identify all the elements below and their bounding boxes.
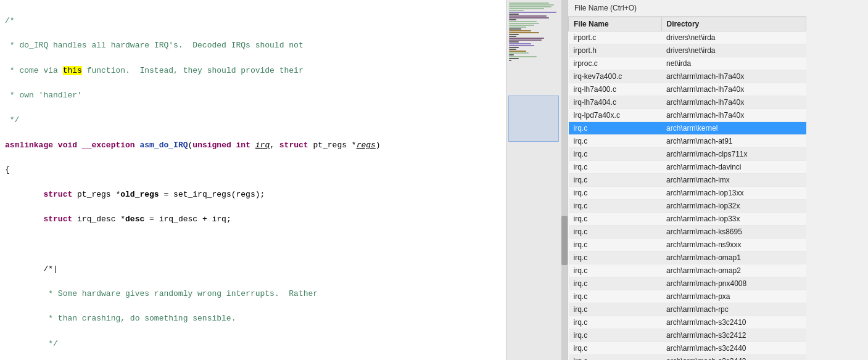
file-name-cell: irq.c	[569, 277, 662, 290]
file-dir-cell: net\irda	[661, 57, 806, 70]
table-row[interactable]: irq.carch\arm\mach-s3c2443	[569, 355, 806, 361]
file-name-cell: irproc.c	[569, 57, 662, 70]
minimap	[506, 0, 568, 360]
table-row[interactable]: irq.carch\arm\mach-s3c2410	[569, 316, 806, 329]
table-row[interactable]: irq-lh7a404.carch\arm\mach-lh7a40x	[569, 96, 806, 109]
code-editor: /* * do_IRQ handles all hardware IRQ's. …	[0, 0, 568, 360]
file-name-cell: irq-lh7a400.c	[569, 83, 662, 96]
file-dir-cell: drivers\net\irda	[661, 44, 806, 57]
file-dir-cell: arch\arm\mach-davinci	[661, 161, 806, 174]
file-dir-cell: arch\arm\mach-iop33x	[661, 213, 806, 226]
file-dir-cell: arch\arm\mach-lh7a40x	[661, 83, 806, 96]
table-row[interactable]: irq.carch\arm\mach-s3c2412	[569, 329, 806, 342]
table-row[interactable]: irport.hdrivers\net\irda	[569, 44, 806, 57]
file-dir-cell: arch\arm\mach-s3c2412	[661, 329, 806, 342]
table-row[interactable]: irq.carch\arm\mach-rpc	[569, 303, 806, 316]
table-row[interactable]: irq.carch\arm\mach-omap2	[569, 264, 806, 277]
file-name-cell: irq.c	[569, 355, 662, 361]
file-name-cell: irq.c	[569, 290, 662, 303]
file-dir-cell: arch\arm\mach-pnx4008	[661, 277, 806, 290]
file-dir-cell: arch\arm\mach-clps711x	[661, 148, 806, 161]
minimap-lines	[506, 0, 561, 360]
table-row[interactable]: irq.carch\arm\mach-iop32x	[569, 200, 806, 213]
file-dir-cell: arch\arm\mach-s3c2443	[661, 355, 806, 361]
minimap-thumb[interactable]	[561, 216, 568, 265]
file-dir-cell: arch\arm\mach-omap2	[661, 264, 806, 277]
file-dir-cell: arch\arm\mach-pxa	[661, 290, 806, 303]
file-name-cell: irq-lh7a404.c	[569, 96, 662, 109]
file-name-cell: irq.c	[569, 174, 662, 187]
file-panel-header: File Name (Ctrl+O)	[568, 0, 806, 17]
file-name-cell: irq.c	[569, 252, 662, 264]
file-name-cell: irq.c	[569, 135, 662, 148]
table-row[interactable]: irport.cdrivers\net\irda	[569, 31, 806, 44]
file-table[interactable]: File Name Directory irport.cdrivers\net\…	[568, 17, 806, 360]
file-dir-cell: arch\arm\mach-iop32x	[661, 200, 806, 213]
file-panel: File Name (Ctrl+O) File Name Directory i…	[568, 0, 806, 360]
file-name-cell: irq.c	[569, 342, 662, 355]
file-name-cell: irq.c	[569, 239, 662, 252]
file-dir-cell: arch\arm\mach-ks8695	[661, 226, 806, 239]
file-dir-cell: arch\arm\mach-ns9xxx	[661, 239, 806, 252]
minimap-scrollbar[interactable]	[561, 0, 568, 360]
file-name-cell: irq.c	[569, 200, 662, 213]
file-name-cell: irq.c	[569, 264, 662, 277]
table-row[interactable]: irq.carch\arm\mach-imx	[569, 174, 806, 187]
file-dir-cell: arch\arm\kernel	[661, 122, 806, 135]
table-row[interactable]: irq.carch\arm\mach-ns9xxx	[569, 239, 806, 252]
file-dir-cell: arch\arm\mach-imx	[661, 174, 806, 187]
file-dir-cell: arch\arm\mach-omap1	[661, 252, 806, 264]
file-dir-cell: arch\arm\mach-iop13xx	[661, 187, 806, 200]
file-rows: irport.cdrivers\net\irdairport.hdrivers\…	[569, 31, 806, 361]
file-name-cell: irport.c	[569, 31, 662, 44]
table-row[interactable]: irproc.cnet\irda	[569, 57, 806, 70]
col-directory[interactable]: Directory	[661, 17, 806, 31]
file-dir-cell: drivers\net\irda	[661, 31, 806, 44]
table-row[interactable]: irq.carch\arm\mach-davinci	[569, 161, 806, 174]
table-row[interactable]: irq.carch\arm\mach-at91	[569, 135, 806, 148]
table-row[interactable]: irq.carch\arm\mach-iop33x	[569, 213, 806, 226]
file-name-cell: irq.c	[569, 213, 662, 226]
file-name-cell: irq.c	[569, 316, 662, 329]
file-name-cell: irq.c	[569, 226, 662, 239]
file-name-cell: irq.c	[569, 161, 662, 174]
file-name-cell: irq.c	[569, 122, 662, 135]
file-dir-cell: arch\arm\mach-lh7a40x	[661, 70, 806, 83]
table-row[interactable]: irq.carch\arm\mach-iop13xx	[569, 187, 806, 200]
table-row[interactable]: irq.carch\arm\mach-pxa	[569, 290, 806, 303]
file-name-cell: irq.c	[569, 329, 662, 342]
file-dir-cell: arch\arm\mach-s3c2410	[661, 316, 806, 329]
code-content[interactable]: /* * do_IRQ handles all hardware IRQ's. …	[0, 0, 506, 360]
file-name-cell: irq-kev7a400.c	[569, 70, 662, 83]
table-row[interactable]: irq-lh7a400.carch\arm\mach-lh7a40x	[569, 83, 806, 96]
file-name-cell: irq-lpd7a40x.c	[569, 109, 662, 122]
table-row[interactable]: irq-lpd7a40x.carch\arm\mach-lh7a40x	[569, 109, 806, 122]
file-name-cell: irport.h	[569, 44, 662, 57]
table-row[interactable]: irq.carch\arm\mach-pnx4008	[569, 277, 806, 290]
table-row[interactable]: irq-kev7a400.carch\arm\mach-lh7a40x	[569, 70, 806, 83]
file-name-cell: irq.c	[569, 148, 662, 161]
table-row[interactable]: irq.carch\arm\mach-clps711x	[569, 148, 806, 161]
table-row[interactable]: irq.carch\arm\kernel	[569, 122, 806, 135]
table-row[interactable]: irq.carch\arm\mach-omap1	[569, 252, 806, 264]
file-panel-title: File Name (Ctrl+O)	[574, 4, 637, 12]
file-name-cell: irq.c	[569, 303, 662, 316]
file-name-cell: irq.c	[569, 187, 662, 200]
table-row[interactable]: irq.carch\arm\mach-s3c2440	[569, 342, 806, 355]
file-dir-cell: arch\arm\mach-lh7a40x	[661, 109, 806, 122]
minimap-selection	[508, 96, 559, 142]
file-dir-cell: arch\arm\mach-s3c2440	[661, 342, 806, 355]
file-dir-cell: arch\arm\mach-lh7a40x	[661, 96, 806, 109]
col-filename[interactable]: File Name	[569, 17, 662, 31]
file-dir-cell: arch\arm\mach-at91	[661, 135, 806, 148]
table-row[interactable]: irq.carch\arm\mach-ks8695	[569, 226, 806, 239]
file-list-table: File Name Directory irport.cdrivers\net\…	[568, 17, 806, 360]
file-dir-cell: arch\arm\mach-rpc	[661, 303, 806, 316]
